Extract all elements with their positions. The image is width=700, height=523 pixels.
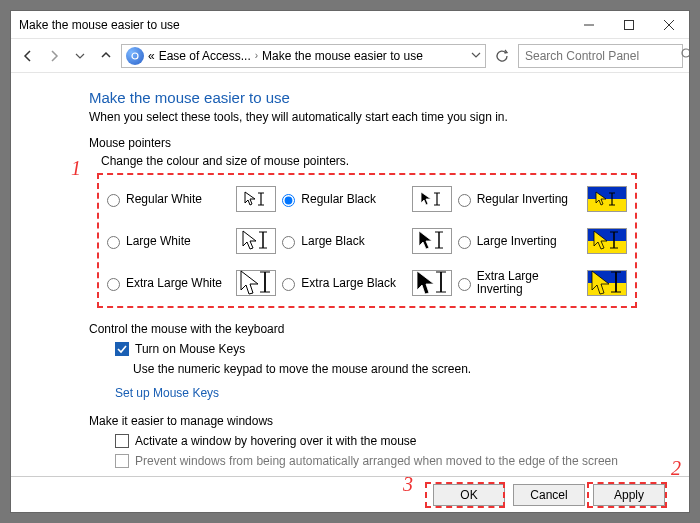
pointer-preview (587, 186, 627, 212)
pointer-option-regular-white[interactable]: Regular White (107, 181, 276, 217)
pointer-option-xl-inverting[interactable]: Extra Large Inverting (458, 265, 627, 301)
pointer-preview (236, 228, 276, 254)
breadcrumb[interactable]: « Ease of Access... › Make the mouse eas… (121, 44, 486, 68)
checkbox-label: Activate a window by hovering over it wi… (135, 434, 416, 448)
forward-button[interactable] (43, 45, 65, 67)
pointer-preview (412, 228, 452, 254)
svg-line-6 (689, 56, 690, 60)
titlebar: Make the mouse easier to use (11, 11, 689, 39)
pointer-preview (412, 186, 452, 212)
radio-large-white[interactable] (107, 236, 120, 249)
pointer-option-regular-black[interactable]: Regular Black (282, 181, 451, 217)
pointer-label: Extra Large White (126, 277, 230, 290)
checkbox-label: Prevent windows from being automatically… (135, 454, 618, 468)
checkbox-icon (115, 434, 129, 448)
up-button[interactable] (95, 45, 117, 67)
radio-large-black[interactable] (282, 236, 295, 249)
checkbox-icon (115, 342, 129, 356)
pointer-option-xl-black[interactable]: Extra Large Black (282, 265, 451, 301)
page-subheading: When you select these tools, they will a… (89, 110, 689, 124)
control-panel-icon (126, 47, 144, 65)
maximize-button[interactable] (609, 11, 649, 39)
radio-regular-inverting[interactable] (458, 194, 471, 207)
annotation-box-2 (587, 482, 667, 508)
chevron-right-icon: › (255, 50, 258, 61)
content-pane: Make the mouse easier to use When you se… (11, 73, 689, 476)
annotation-num-1: 1 (71, 157, 81, 180)
checkbox-hover-activate[interactable]: Activate a window by hovering over it wi… (115, 434, 689, 448)
radio-xl-white[interactable] (107, 278, 120, 291)
checkbox-icon (115, 454, 129, 468)
mousekeys-desc: Use the numeric keypad to move the mouse… (133, 362, 689, 376)
pointer-option-large-white[interactable]: Large White (107, 223, 276, 259)
section-desc-pointers: Change the colour and size of mouse poin… (101, 154, 689, 168)
pointer-label: Large Black (301, 235, 405, 248)
radio-regular-white[interactable] (107, 194, 120, 207)
back-button[interactable] (17, 45, 39, 67)
search-input[interactable] (525, 49, 675, 63)
pointer-preview (412, 270, 452, 296)
checkbox-mousekeys[interactable]: Turn on Mouse Keys (115, 342, 689, 356)
navbar: « Ease of Access... › Make the mouse eas… (11, 39, 689, 73)
radio-xl-black[interactable] (282, 278, 295, 291)
breadcrumb-item-1[interactable]: Ease of Access... (159, 49, 251, 63)
cancel-button[interactable]: Cancel (513, 484, 585, 506)
setup-mousekeys-link[interactable]: Set up Mouse Keys (115, 386, 219, 400)
close-button[interactable] (649, 11, 689, 39)
pointer-label: Regular White (126, 193, 230, 206)
annotation-num-3: 3 (403, 473, 413, 496)
pointer-option-xl-white[interactable]: Extra Large White (107, 265, 276, 301)
pointer-label: Large Inverting (477, 235, 581, 248)
svg-point-4 (132, 53, 138, 59)
pointer-label: Regular Inverting (477, 193, 581, 206)
chevron-down-icon[interactable] (471, 49, 481, 63)
window-title: Make the mouse easier to use (19, 18, 569, 32)
refresh-button[interactable] (490, 44, 514, 68)
pointer-label: Regular Black (301, 193, 405, 206)
breadcrumb-lead: « (148, 49, 155, 63)
section-title-windows: Make it easier to manage windows (89, 414, 689, 428)
page-heading: Make the mouse easier to use (89, 89, 689, 106)
section-title-pointers: Mouse pointers (89, 136, 689, 150)
pointer-grid: Regular White Regular Black Regular Inve… (99, 175, 635, 307)
checkbox-prevent-snap[interactable]: Prevent windows from being automatically… (115, 454, 689, 468)
svg-rect-1 (625, 20, 634, 29)
search-box[interactable] (518, 44, 683, 68)
section-title-keyboard: Control the mouse with the keyboard (89, 322, 689, 336)
pointer-option-large-black[interactable]: Large Black (282, 223, 451, 259)
pointer-preview (587, 228, 627, 254)
pointer-label: Large White (126, 235, 230, 248)
pointer-preview (236, 270, 276, 296)
breadcrumb-item-2[interactable]: Make the mouse easier to use (262, 49, 423, 63)
search-icon[interactable] (681, 48, 690, 64)
pointer-option-large-inverting[interactable]: Large Inverting (458, 223, 627, 259)
radio-xl-inverting[interactable] (458, 278, 471, 291)
svg-point-5 (682, 49, 690, 57)
pointer-label: Extra Large Black (301, 277, 405, 290)
radio-regular-black[interactable] (282, 194, 295, 207)
annotation-box-1: 1 Regular White Regular Black Regular In… (97, 173, 637, 308)
footer: 3 2 OK Cancel Apply (11, 476, 689, 512)
radio-large-inverting[interactable] (458, 236, 471, 249)
checkbox-label: Turn on Mouse Keys (135, 342, 245, 356)
window: Make the mouse easier to use « Ease of A… (10, 10, 690, 513)
history-dropdown[interactable] (69, 45, 91, 67)
pointer-preview (236, 186, 276, 212)
pointer-label: Extra Large Inverting (477, 270, 581, 296)
annotation-num-2: 2 (671, 457, 681, 480)
minimize-button[interactable] (569, 11, 609, 39)
pointer-option-regular-inverting[interactable]: Regular Inverting (458, 181, 627, 217)
annotation-box-3 (425, 482, 505, 508)
pointer-preview (587, 270, 627, 296)
